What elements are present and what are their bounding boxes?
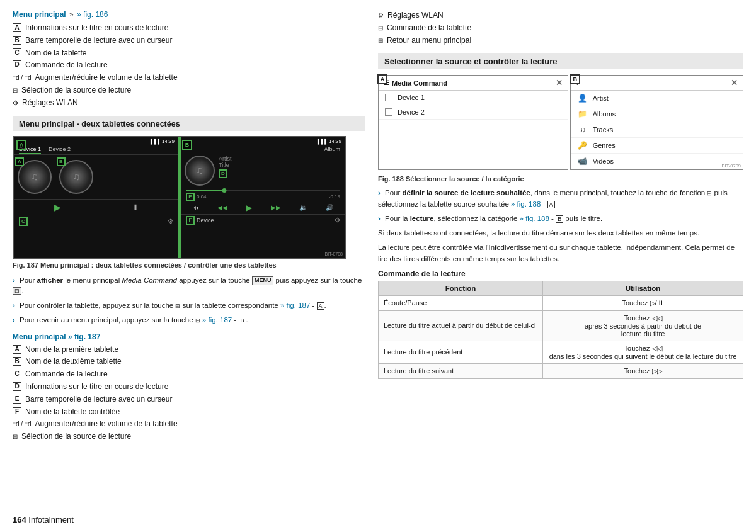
label-187-e: E — [13, 395, 21, 404]
back-icon: ⊟ — [378, 37, 383, 45]
desc-para-2: › Pour contrôler la tablette, appuyez su… — [13, 300, 365, 311]
device2-tab[interactable]: Device 2 — [49, 146, 71, 154]
tracks-item[interactable]: ♫ Tracks — [571, 122, 743, 138]
vol-icon-187: ⁻d / ⁺d — [13, 420, 31, 429]
desc-r-2: › Pour la lecture, sélectionnez la catég… — [378, 213, 743, 224]
menu-top-list: A Informations sur le titre en cours de … — [13, 23, 365, 108]
person-icon: 👤 — [578, 94, 588, 103]
play-btn-left[interactable]: ▶ — [54, 202, 61, 212]
album-label: Album — [181, 145, 345, 153]
col-utilisation: Utilisation — [543, 281, 743, 295]
artist-item[interactable]: 👤 Artist — [571, 91, 743, 106]
vol-up-btn[interactable]: 🔊 — [326, 204, 333, 211]
device-right-half: ▐▐▐ 14:39 Album ♫ Artist Title D — [180, 137, 345, 258]
close-button-b[interactable]: ✕ — [731, 78, 738, 88]
vol-down-btn[interactable]: 🔉 — [299, 204, 307, 211]
mc-panel-b: B ♪ ✕ 👤 Artist 📁 Albums — [570, 75, 743, 170]
fig188-caption: Fig. 188 Sélectionner la source / la cat… — [378, 175, 743, 183]
list-item: F Nom de la tablette contrôlée — [13, 407, 365, 417]
mc-header-a: ☰ Media Command ✕ — [379, 76, 568, 91]
desc-r-1: › Pour définir la source de lecture souh… — [378, 188, 743, 210]
list-item: E Barre temporelle de lecture avec un cu… — [13, 394, 365, 405]
mc-header-b: ♪ ✕ — [571, 76, 743, 91]
settings-icon-right[interactable]: ⚙ — [335, 217, 340, 224]
albums-item[interactable]: 📁 Albums — [571, 106, 743, 122]
screen-badge-a: A — [16, 140, 26, 150]
settings-icon-left[interactable]: ⚙ — [168, 218, 173, 225]
device1-icon — [385, 94, 392, 101]
device-screen-area: A B ▐▐▐ 14:39 Device 1 Device 2 — [13, 136, 346, 259]
rewind-btn[interactable]: ⏮ — [193, 204, 199, 211]
media-command-area: A ☰ Media Command ✕ Device 1 Device 2 — [378, 75, 743, 170]
kbd-tablet: ⊟ — [13, 287, 21, 295]
list-item: D Informations sur le titre en cours de … — [13, 382, 365, 392]
panel-a-badge: A — [377, 74, 387, 84]
progress-fill — [186, 190, 224, 191]
menu-principal-header: Menu principal » » fig. 186 — [13, 10, 365, 19]
genres-icon: 🔑 — [578, 141, 588, 150]
label-187-b: B — [13, 357, 21, 366]
list-item: ⊟ Commande de la tablette — [378, 23, 743, 33]
list-item: B Nom de la deuxième tablette — [13, 356, 365, 367]
disc-container-2: B ♫ — [59, 160, 93, 194]
col-fonction: Fonction — [379, 281, 543, 295]
badge-e: E — [186, 193, 195, 201]
list-item: B Barre temporelle de lecture avec un cu… — [13, 35, 365, 46]
para2: La lecture peut être contrôlée via l'Inf… — [378, 242, 743, 264]
device2-item[interactable]: Device 2 — [379, 105, 568, 120]
list-item: C Commande de la lecture — [13, 369, 365, 380]
source-icon-187: ⊟ — [13, 433, 18, 441]
list-item: A Nom de la première tablette — [13, 344, 365, 355]
pause-btn-left[interactable]: ⏸ — [131, 203, 139, 212]
kbd-menu: MENU — [252, 276, 274, 285]
page-footer: 164 Infotainment — [13, 515, 74, 524]
icon-back: ⊟ — [195, 317, 200, 324]
playback-controls: ⏮ ◀◀ ▶ ▶▶ 🔉 🔊 — [181, 201, 345, 214]
label-b: B — [13, 36, 21, 45]
list-item: ⚙ Réglages WLAN — [13, 98, 365, 108]
mc-panel-a: A ☰ Media Command ✕ Device 1 Device 2 — [378, 75, 568, 170]
command-table: Fonction Utilisation Écoute/Pause Touche… — [378, 281, 743, 379]
right-column: ⚙ Réglages WLAN ⊟ Commande de la tablett… — [378, 10, 743, 450]
device-left-half: ▐▐▐ 14:39 Device 1 Device 2 A ♫ — [14, 137, 180, 258]
screen-badge-b: B — [182, 140, 192, 150]
device2-icon — [385, 108, 392, 116]
disc-right: ♫ — [185, 156, 215, 186]
label-d: D — [13, 60, 21, 69]
source-icon: ⊟ — [13, 86, 18, 95]
table-row: Écoute/Pause Touchez ▷/⏸ — [379, 295, 743, 310]
left-column: Menu principal » » fig. 186 A Informatio… — [13, 10, 365, 450]
next-btn[interactable]: ▶▶ — [271, 204, 281, 211]
list-item: ⚙ Réglages WLAN — [378, 10, 743, 21]
tracks-icon: ♫ — [578, 125, 588, 134]
table-row: Lecture du titre précédent Touchez ◁◁dan… — [379, 341, 743, 363]
list-item: ⊟ Sélection de la source de lecture — [13, 431, 365, 442]
panel-b-badge: B — [570, 74, 580, 84]
desc-para-3: › Pour revenir au menu principal, appuye… — [13, 315, 365, 325]
videos-item[interactable]: 📹 Videos — [571, 154, 743, 169]
ref-b: B — [239, 317, 246, 324]
label-a: A — [13, 23, 21, 32]
table-section: Commande de la lecture Fonction Utilisat… — [378, 269, 743, 379]
label-c: C — [13, 48, 21, 57]
list-item: ⁻d / ⁺d Augmenter/réduire le volume de l… — [13, 419, 365, 429]
ref-rb: B — [556, 215, 563, 223]
icon-fn: ⊟ — [707, 190, 712, 196]
progress-bar[interactable] — [186, 190, 340, 191]
icon-control: ⊟ — [175, 303, 180, 309]
label-187-a: A — [13, 345, 21, 354]
video-icon: 📹 — [578, 157, 588, 166]
track-info: Artist Title D — [219, 156, 341, 178]
genres-item[interactable]: 🔑 Genres — [571, 138, 743, 154]
close-button-a[interactable]: ✕ — [556, 78, 563, 88]
gray-section-header: Menu principal - deux tablettes connecté… — [13, 116, 365, 131]
right-top-list: ⚙ Réglages WLAN ⊟ Commande de la tablett… — [378, 10, 743, 45]
list-item: C Nom de la tablette — [13, 48, 365, 59]
badge-c: C — [19, 217, 28, 226]
device1-item[interactable]: Device 1 — [379, 91, 568, 105]
prev-btn[interactable]: ◀◀ — [217, 204, 227, 211]
play-btn-right[interactable]: ▶ — [246, 203, 252, 212]
list-item: D Commande de la lecture — [13, 60, 365, 71]
album-icon: 📁 — [578, 110, 588, 118]
badge-d: D — [219, 169, 227, 178]
